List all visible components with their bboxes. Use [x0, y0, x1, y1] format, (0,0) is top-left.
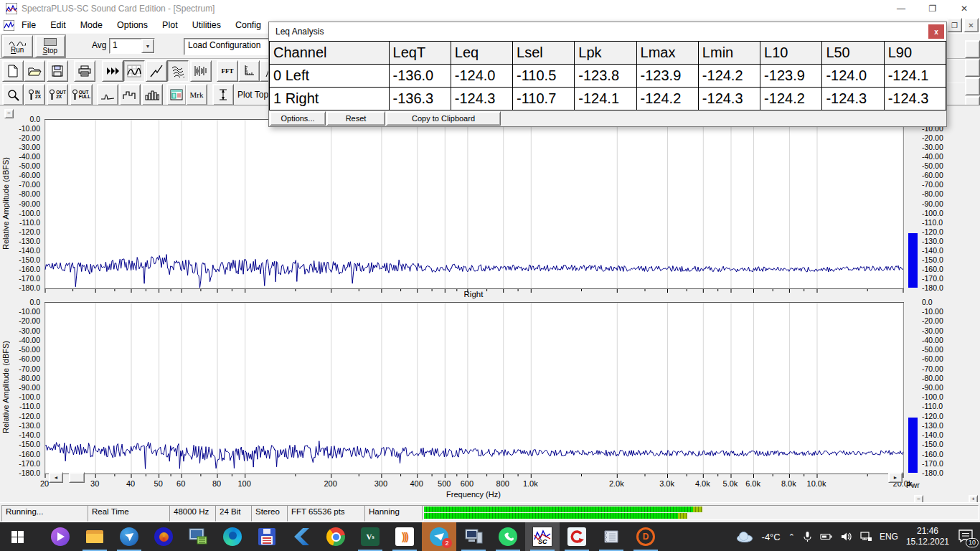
taskbar: Vs ))) 2 SC: [0, 522, 980, 551]
y-axis-title: Relative Amplitude (dBFS): [1, 139, 10, 268]
close-button[interactable]: ✕: [948, 0, 980, 17]
action-center[interactable]: 10: [957, 527, 976, 546]
menu-file[interactable]: File: [14, 20, 43, 30]
taskbar-item-save-tool[interactable]: [250, 522, 284, 551]
diagonal-line-icon: [150, 65, 163, 77]
phase-view-button[interactable]: [146, 60, 167, 82]
leq-cell: -124.1: [575, 88, 636, 110]
weather-icon[interactable]: [735, 532, 754, 542]
taskbar-item-thunderbird[interactable]: [112, 522, 146, 551]
spectrum-view-button[interactable]: [123, 60, 145, 82]
language-indicator[interactable]: ENG: [880, 532, 898, 542]
plot-range-button[interactable]: [212, 84, 234, 105]
fast-forward-button[interactable]: [102, 60, 123, 82]
new-file-button[interactable]: [2, 60, 24, 82]
bar-graph-button[interactable]: [141, 84, 163, 105]
taskbar-item-telegram[interactable]: 2: [422, 522, 456, 551]
spectrum-plot-right[interactable]: [44, 302, 904, 474]
fft-settings-button[interactable]: FFT: [217, 60, 238, 82]
child-restore-button[interactable]: ❐: [947, 18, 962, 32]
stop-button[interactable]: Stop: [35, 35, 66, 57]
menu-edit[interactable]: Edit: [43, 20, 73, 30]
load-configuration-combobox[interactable]: Load Configuration: [184, 38, 275, 55]
x-tick-label: 5.0k: [723, 479, 738, 488]
scroll-thumb[interactable]: [69, 472, 85, 483]
scroll-right-button[interactable]: ►: [888, 472, 903, 483]
avg-label: Avg: [92, 40, 106, 50]
taskbar-item-chrome[interactable]: [319, 522, 353, 551]
options-button[interactable]: Options...: [270, 111, 326, 126]
taskbar-item-file-explorer[interactable]: [77, 522, 112, 551]
dialog-title-bar[interactable]: Leq Analysis x: [269, 22, 946, 41]
tray-chevron-up-icon[interactable]: ⌃: [788, 532, 795, 542]
y-tick-label-right: -160.0: [922, 265, 965, 273]
step-curve-button[interactable]: [119, 84, 141, 105]
taskbar-item-notes[interactable]: [594, 522, 628, 551]
status-fft: FFT 65536 pts: [287, 505, 368, 522]
save-button[interactable]: [47, 60, 68, 82]
leq-column-header: Leq: [451, 42, 512, 65]
taskbar-item-vs-app[interactable]: Vs: [353, 522, 387, 551]
spectrum-plot-left[interactable]: [44, 119, 904, 289]
zoom-button[interactable]: [2, 84, 24, 105]
right-tool-button[interactable]: [965, 77, 980, 95]
open-file-button[interactable]: [24, 60, 45, 82]
waterfall-view-button[interactable]: [167, 60, 189, 82]
chevron-down-icon[interactable]: ▼: [141, 39, 154, 53]
taskbar-item-audio-player[interactable]: [146, 522, 181, 551]
taskbar-item-edge[interactable]: [215, 522, 250, 551]
taskbar-item-device-manager[interactable]: [181, 522, 215, 551]
y-tick-label: -10.00: [0, 307, 40, 316]
minimize-button[interactable]: —: [885, 0, 917, 17]
leq-cell: -124.3: [884, 88, 946, 110]
restore-button[interactable]: ❐: [917, 0, 948, 17]
menu-config[interactable]: Config: [228, 20, 268, 30]
zoom-full-button[interactable]: OUTFULL: [70, 84, 93, 105]
taskbar-item-system-app[interactable]: [456, 522, 491, 551]
leq-column-header: LeqT: [389, 42, 451, 65]
speaker-icon[interactable]: [841, 532, 852, 542]
dialog-close-button[interactable]: x: [928, 24, 944, 39]
reset-button[interactable]: Reset: [326, 111, 385, 126]
marker-button[interactable]: Mrk: [186, 84, 207, 105]
leq-cell: -124.0: [822, 65, 884, 88]
microphone-icon[interactable]: [803, 531, 812, 542]
taskbar-item-spectraplus[interactable]: SC: [525, 522, 560, 551]
right-tool-button[interactable]: [965, 59, 980, 77]
clock[interactable]: 21:46 15.12.2021: [906, 526, 949, 547]
windows-logo-icon: [11, 531, 24, 543]
red-c-refresh-icon: [567, 527, 586, 546]
menu-plot[interactable]: Plot: [155, 20, 185, 30]
menu-utilities[interactable]: Utilities: [185, 20, 228, 30]
scroll-left-button[interactable]: ◄: [49, 472, 63, 483]
taskbar-item-whatsapp[interactable]: [491, 522, 525, 551]
taskbar-item-converter[interactable]: [560, 522, 594, 551]
taskbar-item-d-app[interactable]: D: [628, 522, 663, 551]
peak-curve-button[interactable]: [97, 84, 118, 105]
menu-options[interactable]: Options: [110, 20, 155, 30]
waveform-icon: [9, 39, 26, 46]
stop-label: top: [47, 47, 57, 55]
leq-cell: -124.3: [451, 88, 512, 110]
spectrogram-view-button[interactable]: [190, 60, 212, 82]
menu-mode[interactable]: Mode: [73, 20, 110, 30]
zoom-in-2x-button[interactable]: IN2X: [24, 84, 45, 105]
taskbar-item-voice-assistant[interactable]: [43, 522, 77, 551]
avg-combobox[interactable]: 1 ▼: [109, 38, 155, 54]
copy-to-clipboard-button[interactable]: Copy to Clipboard: [386, 111, 501, 126]
run-button[interactable]: Run: [2, 35, 33, 57]
network-icon[interactable]: [860, 532, 872, 542]
x-tick-label: 60: [176, 479, 185, 488]
taskbar-item-waves-app[interactable]: ))): [387, 522, 422, 551]
start-button[interactable]: [0, 522, 34, 551]
options-panel-button[interactable]: [166, 84, 187, 105]
power-icon[interactable]: [820, 532, 833, 541]
temperature-label[interactable]: -4°C: [762, 532, 781, 542]
right-tool-button[interactable]: [965, 40, 980, 58]
scale-button[interactable]: [238, 60, 260, 82]
y-tick-label-right: -100.0: [922, 392, 965, 401]
zoom-out-2x-button[interactable]: OUT2X: [47, 84, 68, 105]
child-close-button[interactable]: ✕: [963, 18, 979, 32]
taskbar-item-chevron-app[interactable]: [284, 522, 319, 551]
print-button[interactable]: [74, 60, 95, 82]
